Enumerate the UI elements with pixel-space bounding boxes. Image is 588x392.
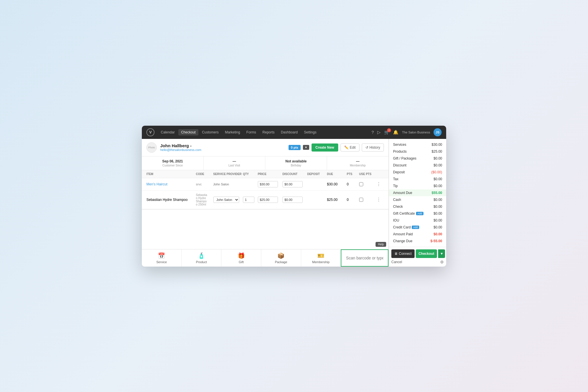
- nav-item-reports[interactable]: Reports: [260, 129, 277, 135]
- scan-input-area: [341, 249, 388, 267]
- summary-row-discount: Discount $0.00: [389, 162, 446, 169]
- play-icon[interactable]: ▷: [377, 130, 381, 135]
- tab-gift-label: Gift: [239, 260, 244, 264]
- use-pts-shampoo[interactable]: [359, 198, 363, 202]
- nav-item-dashboard[interactable]: Dashboard: [278, 129, 301, 135]
- summary-row-cash: Cash $0.00: [389, 196, 446, 203]
- nav-right: ? ▷ 🛒 2 🔔 The Salon Business JS: [372, 128, 442, 136]
- customer-since-label: Customer Since: [146, 164, 199, 167]
- col-discount: Discount: [283, 172, 307, 176]
- col-use-pts: Use Pts: [359, 172, 376, 176]
- pts-dropdown[interactable]: ▼: [303, 145, 309, 150]
- history-button[interactable]: ↺ History: [362, 143, 384, 152]
- left-panel: Photo John Hallberg - hello@thesalonbusi…: [142, 139, 389, 267]
- table-row: Men's Haircut srvc John Salon $30.00 0 ⋮: [142, 178, 388, 191]
- deposit-value: ($0.00): [431, 170, 442, 174]
- nav-item-checkout[interactable]: Checkout: [178, 129, 199, 135]
- tip-label: Tip: [393, 184, 398, 188]
- scan-input[interactable]: [346, 256, 383, 260]
- create-new-button[interactable]: Create New: [312, 143, 338, 152]
- nav-item-forms[interactable]: Forms: [243, 129, 259, 135]
- iou-label: IOU: [393, 218, 399, 222]
- help-bubble[interactable]: Help: [376, 242, 386, 247]
- item-name-haircut[interactable]: Men's Haircut: [146, 182, 196, 186]
- pts-badge: 0 pts: [289, 145, 301, 150]
- services-value: $30.00: [432, 143, 442, 147]
- tab-product[interactable]: 🧴 Product: [182, 249, 222, 267]
- bell-icon[interactable]: 🔔: [393, 130, 399, 135]
- discount-shampoo[interactable]: [283, 197, 303, 203]
- tax-value: $0.00: [434, 177, 442, 181]
- package-icon: 📦: [277, 252, 285, 259]
- customer-name: John Hallberg -: [160, 143, 285, 148]
- history-label: History: [370, 145, 380, 150]
- customer-email[interactable]: hello@thesalonbusiness.com: [160, 148, 285, 152]
- checkout-row: 🖥 Connect Checkout ▼: [391, 249, 444, 258]
- user-avatar[interactable]: JS: [434, 128, 442, 136]
- tab-gift[interactable]: 🎁 Gift: [221, 249, 261, 267]
- col-price: Price: [258, 172, 283, 176]
- right-panel: Services $30.00 Products $25.00 Gift / P…: [389, 139, 446, 267]
- nav-item-calendar[interactable]: Calendar: [158, 129, 178, 135]
- gift-cert-label: Gift Certificate: [393, 211, 415, 216]
- summary-row-credit-card: Credit Card Add $0.00: [389, 224, 446, 231]
- gift-cert-value: $0.00: [434, 211, 442, 216]
- membership-icon: 🎫: [317, 252, 324, 259]
- amount-paid-label: Amount Paid: [393, 232, 413, 236]
- nav-item-settings[interactable]: Settings: [301, 129, 319, 135]
- tip-value: $0.00: [434, 184, 442, 188]
- credit-card-label: Credit Card: [393, 225, 411, 229]
- tab-service[interactable]: 📅 Service: [142, 249, 182, 267]
- credit-card-value: $0.00: [434, 225, 442, 229]
- summary-row-tax: Tax $0.00: [389, 176, 446, 183]
- use-pts-haircut[interactable]: [359, 182, 363, 186]
- connect-button[interactable]: 🖥 Connect: [391, 249, 415, 258]
- meta-customer-since: Sep 06, 2021 Customer Since: [142, 156, 204, 170]
- summary-row-deposit: Deposit ($0.00): [389, 169, 446, 176]
- edit-button[interactable]: ✏️ Edit: [341, 143, 359, 152]
- tab-product-label: Product: [196, 260, 207, 264]
- customer-info: John Hallberg - hello@thesalonbusiness.c…: [160, 143, 285, 152]
- cancel-button[interactable]: Cancel: [391, 260, 402, 264]
- checkout-dropdown-button[interactable]: ▼: [438, 249, 445, 258]
- customer-photo: Photo: [146, 142, 157, 153]
- question-icon[interactable]: ?: [372, 130, 374, 135]
- row-menu-haircut[interactable]: ⋮: [376, 181, 384, 187]
- price-shampoo[interactable]: [258, 197, 278, 203]
- item-name-shampoo: Sebastian Hydre Shampoo: [146, 198, 196, 202]
- summary-row-amount-due: Amount Due $55.00: [389, 189, 446, 196]
- provider-haircut: John Salon: [213, 183, 243, 186]
- customer-header: Photo John Hallberg - hello@thesalonbusi…: [142, 139, 388, 156]
- col-code: Code: [196, 172, 213, 176]
- check-label: Check: [393, 205, 403, 209]
- nav-item-marketing[interactable]: Marketing: [222, 129, 243, 135]
- discount-label: Discount: [393, 163, 407, 167]
- credit-card-label-group: Credit Card Add: [393, 225, 419, 229]
- tab-membership[interactable]: 🎫 Membership: [301, 249, 341, 267]
- row-menu-shampoo[interactable]: ⋮: [376, 197, 384, 202]
- checkout-button[interactable]: Checkout: [416, 249, 437, 258]
- price-haircut[interactable]: [258, 181, 278, 187]
- gift-icon: 🎁: [238, 252, 245, 259]
- discount-haircut[interactable]: [283, 181, 303, 187]
- meta-last-visit: — Last Visit: [204, 156, 265, 170]
- tab-package[interactable]: 📦 Package: [261, 249, 301, 267]
- credit-card-add-badge[interactable]: Add: [412, 226, 419, 229]
- membership-value: —: [332, 159, 384, 163]
- discount-value: $0.00: [434, 163, 442, 167]
- cart-icon[interactable]: 🛒 2: [384, 130, 390, 135]
- change-due-value: $-55.00: [430, 239, 442, 243]
- nav-item-customers[interactable]: Customers: [199, 129, 221, 135]
- settings-icon[interactable]: ⚙: [440, 260, 444, 264]
- provider-shampoo[interactable]: John Salon: [213, 197, 239, 203]
- last-visit-value: —: [208, 159, 260, 163]
- bottom-tabs: 📅 Service 🧴 Product 🎁 Gift 📦 Package: [142, 249, 388, 267]
- summary-row-products: Products $25.00: [389, 148, 446, 155]
- connect-label: Connect: [399, 252, 412, 256]
- qty-shampoo[interactable]: [243, 197, 254, 203]
- col-due: Due: [327, 172, 347, 176]
- col-qty: Qty: [243, 172, 258, 176]
- meta-membership: — Membership: [327, 156, 388, 170]
- birthday-value: Not available: [270, 159, 322, 163]
- gift-cert-add-badge[interactable]: Add: [416, 212, 423, 215]
